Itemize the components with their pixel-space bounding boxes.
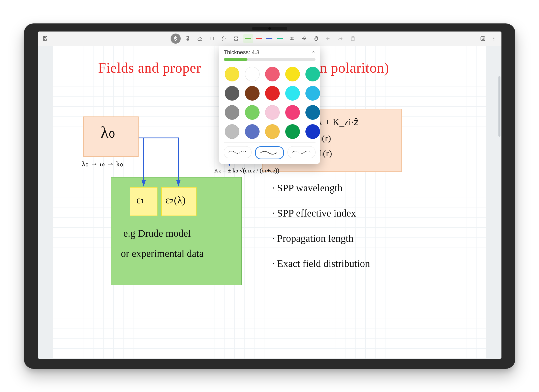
color-swatch-4[interactable] [305, 67, 320, 81]
grid-icon[interactable] [287, 34, 297, 44]
color-swatch-13[interactable] [285, 105, 300, 120]
lasso-tool-icon[interactable] [219, 34, 229, 44]
pen-color-chip-3[interactable] [275, 34, 285, 43]
color-swatch-18[interactable] [285, 124, 300, 139]
color-swatch-17[interactable] [265, 124, 280, 139]
svg-rect-2 [210, 37, 214, 40]
color-swatch-grid [224, 66, 315, 143]
note-eps1: ε₁ [137, 194, 145, 206]
note-lambda-chain: λ₀ → ω → k₀ [82, 159, 123, 168]
svg-point-1 [175, 38, 176, 39]
color-swatch-0[interactable] [225, 67, 239, 81]
note-kx-formula: Kₓ = ± k₀ √(ε₁ε₂ / (ε₁+ε₂)) [214, 167, 279, 174]
tablet-frame: Fields and proper face plasmon polariton… [24, 23, 515, 369]
stroke-style-dotted[interactable] [288, 146, 315, 158]
svg-rect-9 [481, 37, 485, 41]
redo-icon[interactable] [335, 34, 345, 44]
color-swatch-11[interactable] [245, 105, 260, 120]
align-tool-icon[interactable] [231, 34, 241, 44]
app-screen: Fields and proper face plasmon polariton… [38, 32, 501, 359]
color-swatch-15[interactable] [225, 124, 239, 139]
bullet-item: · Exact field distribution [272, 258, 370, 269]
stroke-style-row [224, 146, 315, 159]
stroke-style-dashed[interactable] [224, 146, 252, 158]
note-eps2: ε₂(λ) [166, 194, 186, 206]
thickness-label: Thickness: [224, 49, 252, 55]
color-swatch-9[interactable] [305, 86, 320, 101]
hand-tool-icon[interactable] [311, 34, 321, 44]
sticker-icon[interactable] [478, 34, 488, 44]
svg-point-10 [482, 38, 482, 38]
color-swatch-12[interactable] [265, 105, 280, 120]
pen-color-chip-1[interactable] [254, 34, 264, 43]
undo-icon[interactable] [323, 34, 333, 44]
note-drude1: e.g Drude model [123, 227, 191, 239]
menu-icon[interactable] [489, 34, 499, 44]
svg-point-3 [222, 37, 226, 40]
color-swatch-8[interactable] [285, 86, 300, 101]
bullet-item: · Propagation length [272, 232, 354, 244]
pen-color-chip-2[interactable] [264, 34, 274, 43]
stroke-style-solid[interactable] [255, 146, 284, 159]
color-swatch-7[interactable] [265, 86, 280, 101]
camera-notch [252, 27, 287, 30]
paste-icon[interactable] [347, 34, 358, 44]
svg-rect-0 [44, 39, 46, 40]
note-drude2: or experimental data [121, 248, 204, 259]
color-swatch-5[interactable] [225, 86, 239, 101]
thickness-slider[interactable] [224, 58, 315, 61]
color-swatch-2[interactable] [265, 67, 280, 81]
note-title-left: Fields and proper [98, 60, 201, 76]
pen-color-chip-0[interactable] [243, 34, 253, 43]
color-swatch-10[interactable] [225, 105, 239, 120]
thickness-popup: Thickness: 4.3 [219, 46, 320, 164]
toolbar [38, 32, 501, 46]
svg-rect-4 [235, 37, 238, 38]
bullet-item: · SPP wavelength [272, 182, 343, 194]
color-swatch-1[interactable] [245, 67, 260, 81]
svg-point-14 [493, 40, 494, 40]
eraser-tool-icon[interactable] [195, 34, 205, 44]
svg-rect-5 [235, 39, 238, 40]
scrollbar[interactable] [498, 76, 500, 137]
chevron-up-icon[interactable] [311, 49, 315, 56]
shape-tool-icon[interactable] [207, 34, 217, 44]
svg-point-6 [305, 39, 306, 40]
color-swatch-3[interactable] [285, 67, 300, 81]
thickness-value: 4.3 [252, 49, 260, 55]
color-swatch-16[interactable] [245, 124, 260, 139]
color-swatch-6[interactable] [245, 86, 260, 101]
svg-point-12 [493, 37, 494, 37]
svg-point-13 [493, 38, 494, 39]
popup-header[interactable]: Thickness: 4.3 [224, 49, 315, 56]
pen-tool-icon[interactable] [171, 34, 181, 44]
save-icon[interactable] [40, 34, 50, 44]
fill-icon[interactable] [299, 34, 309, 44]
color-swatch-14[interactable] [305, 105, 320, 120]
bullet-item: · SPP effective index [272, 207, 356, 219]
note-lambda0: λ₀ [101, 123, 115, 142]
highlighter-tool-icon[interactable] [183, 34, 193, 44]
color-swatch-19[interactable] [305, 124, 320, 139]
svg-point-11 [483, 38, 484, 38]
